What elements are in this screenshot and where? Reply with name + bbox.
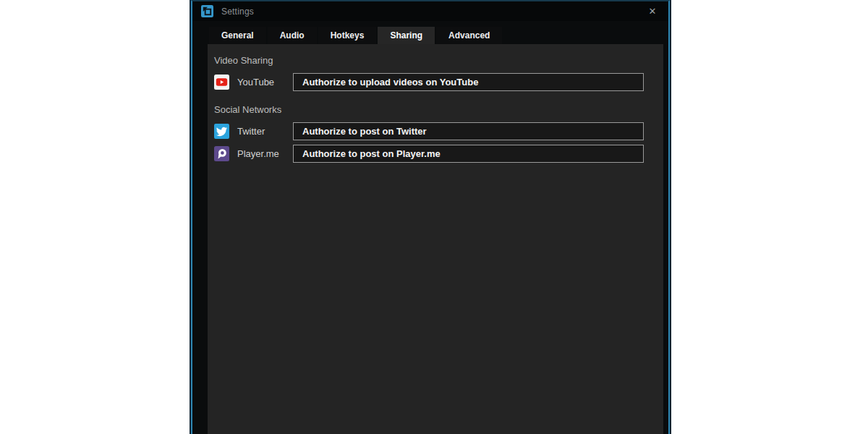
authorize-youtube-button[interactable]: Authorize to upload videos on YouTube <box>293 73 644 91</box>
titlebar: Settings ✕ <box>192 1 668 21</box>
tab-hotkeys[interactable]: Hotkeys <box>318 27 377 44</box>
twitter-label: Twitter <box>237 126 293 137</box>
close-icon[interactable]: ✕ <box>645 4 660 19</box>
youtube-row: YouTube Authorize to upload videos on Yo… <box>214 73 663 91</box>
section-gap <box>214 95 663 104</box>
twitter-icon <box>214 124 229 139</box>
settings-window: Settings ✕ General Audio Hotkeys Sharing… <box>191 0 670 434</box>
section-heading-social-networks: Social Networks <box>214 104 663 115</box>
playerme-row: Player.me Authorize to post on Player.me <box>214 145 663 163</box>
tab-audio[interactable]: Audio <box>268 27 317 44</box>
authorize-twitter-button[interactable]: Authorize to post on Twitter <box>293 122 644 140</box>
youtube-icon <box>214 75 229 90</box>
tab-general[interactable]: General <box>209 27 266 44</box>
tab-advanced[interactable]: Advanced <box>436 27 502 44</box>
authorize-playerme-button[interactable]: Authorize to post on Player.me <box>293 145 644 163</box>
sharing-panel: Video Sharing YouTube Authorize to uploa… <box>208 44 663 434</box>
tab-sharing[interactable]: Sharing <box>378 27 435 44</box>
youtube-label: YouTube <box>237 77 293 88</box>
plays-app-logo-icon <box>201 5 213 17</box>
window-title: Settings <box>221 7 254 17</box>
playerme-icon <box>214 146 229 161</box>
settings-tabs: General Audio Hotkeys Sharing Advanced <box>209 27 668 44</box>
section-heading-video-sharing: Video Sharing <box>214 55 663 66</box>
twitter-row: Twitter Authorize to post on Twitter <box>214 122 663 140</box>
playerme-label: Player.me <box>237 148 293 159</box>
